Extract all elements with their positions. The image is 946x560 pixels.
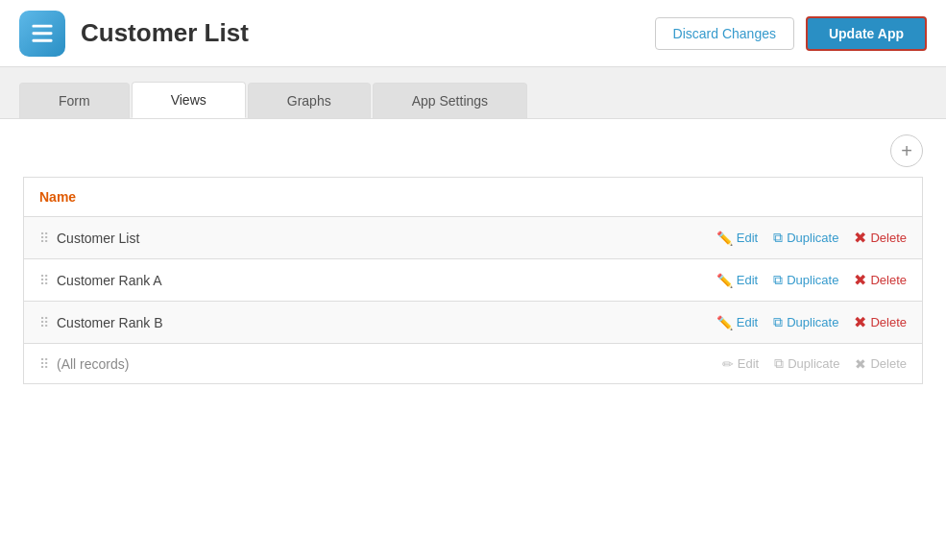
duplicate-label: Duplicate	[787, 231, 838, 245]
add-view-button[interactable]: +	[890, 134, 923, 167]
table-row: ⠿(All records)✏Edit⧉Duplicate✖Delete	[24, 344, 923, 384]
edit-button[interactable]: ✏️Edit	[716, 315, 758, 330]
svg-rect-2	[33, 38, 53, 41]
delete-icon: ✖	[855, 356, 866, 372]
row-actions-cell: ✏️Edit⧉Duplicate✖Delete	[563, 217, 922, 259]
table-row: ⠿Customer Rank B✏️Edit⧉Duplicate✖Delete	[24, 302, 923, 344]
duplicate-button: ⧉Duplicate	[774, 355, 839, 372]
delete-button[interactable]: ✖Delete	[854, 229, 907, 247]
edit-label: Edit	[737, 273, 758, 287]
svg-rect-1	[33, 32, 53, 35]
table-row: ⠿Customer Rank A✏️Edit⧉Duplicate✖Delete	[24, 259, 923, 302]
update-app-button[interactable]: Update App	[806, 16, 927, 51]
row-name-label: Customer Rank A	[57, 273, 162, 288]
delete-icon: ✖	[854, 271, 866, 289]
edit-button[interactable]: ✏️Edit	[716, 273, 758, 288]
row-name-label: Customer List	[57, 231, 139, 246]
delete-icon: ✖	[854, 313, 866, 331]
delete-label: Delete	[870, 273, 907, 287]
delete-button: ✖Delete	[855, 356, 907, 372]
row-name-cell: ⠿(All records)	[24, 344, 564, 384]
add-button-row: +	[23, 134, 923, 167]
header-right: Discard Changes Update App	[655, 16, 927, 51]
edit-button: ✏Edit	[722, 356, 759, 372]
edit-label: Edit	[737, 231, 758, 245]
list-icon	[29, 20, 56, 47]
delete-icon: ✖	[854, 229, 866, 247]
column-header-actions	[563, 178, 922, 217]
delete-label: Delete	[870, 315, 907, 329]
delete-button[interactable]: ✖Delete	[854, 313, 907, 331]
views-table: Name ⠿Customer List✏️Edit⧉Duplicate✖Dele…	[23, 177, 923, 384]
plus-icon: +	[901, 141, 912, 160]
header: Customer List Discard Changes Update App	[0, 0, 946, 67]
header-left: Customer List	[19, 11, 249, 57]
edit-icon: ✏️	[716, 273, 733, 288]
edit-icon: ✏️	[716, 231, 733, 246]
edit-button[interactable]: ✏️Edit	[716, 231, 758, 246]
duplicate-label: Duplicate	[788, 356, 839, 371]
duplicate-icon: ⧉	[774, 355, 784, 372]
duplicate-button[interactable]: ⧉Duplicate	[773, 230, 838, 246]
app-icon	[19, 11, 65, 57]
duplicate-icon: ⧉	[773, 230, 783, 246]
row-name-label: (All records)	[57, 356, 129, 372]
tabs-container: Form Views Graphs App Settings	[0, 67, 946, 119]
row-actions-cell: ✏️Edit⧉Duplicate✖Delete	[563, 259, 922, 302]
edit-icon: ✏️	[716, 315, 733, 330]
app-container: Customer List Discard Changes Update App…	[0, 0, 946, 560]
main-content: + Name ⠿Customer List✏️Edit⧉Duplicate✖De…	[0, 119, 946, 560]
drag-handle-icon: ⠿	[39, 356, 49, 372]
delete-label: Delete	[870, 356, 907, 371]
duplicate-button[interactable]: ⧉Duplicate	[773, 272, 838, 288]
row-actions-cell: ✏️Edit⧉Duplicate✖Delete	[563, 302, 922, 344]
duplicate-label: Duplicate	[787, 315, 838, 329]
delete-label: Delete	[870, 231, 907, 245]
row-name-label: Customer Rank B	[57, 315, 162, 330]
tab-views[interactable]: Views	[132, 82, 246, 118]
duplicate-icon: ⧉	[773, 314, 783, 330]
row-name-cell: ⠿Customer Rank B	[24, 302, 564, 344]
duplicate-button[interactable]: ⧉Duplicate	[773, 314, 838, 330]
table-row: ⠿Customer List✏️Edit⧉Duplicate✖Delete	[24, 217, 923, 259]
row-actions-cell: ✏Edit⧉Duplicate✖Delete	[563, 344, 922, 384]
drag-handle-icon[interactable]: ⠿	[39, 231, 49, 246]
svg-rect-0	[33, 24, 53, 27]
edit-icon: ✏	[722, 356, 734, 372]
drag-handle-icon[interactable]: ⠿	[39, 315, 49, 330]
duplicate-icon: ⧉	[773, 272, 783, 288]
tab-form[interactable]: Form	[19, 83, 130, 118]
tab-graphs[interactable]: Graphs	[248, 83, 371, 118]
discard-changes-button[interactable]: Discard Changes	[655, 17, 794, 50]
drag-handle-icon[interactable]: ⠿	[39, 273, 49, 288]
tab-app-settings[interactable]: App Settings	[373, 83, 527, 118]
edit-label: Edit	[738, 356, 759, 371]
duplicate-label: Duplicate	[787, 273, 838, 287]
delete-button[interactable]: ✖Delete	[854, 271, 907, 289]
table-header-row: Name	[24, 178, 923, 217]
page-title: Customer List	[81, 18, 249, 48]
row-name-cell: ⠿Customer List	[24, 217, 564, 259]
edit-label: Edit	[737, 315, 758, 329]
row-name-cell: ⠿Customer Rank A	[24, 259, 564, 302]
column-header-name: Name	[24, 178, 564, 217]
